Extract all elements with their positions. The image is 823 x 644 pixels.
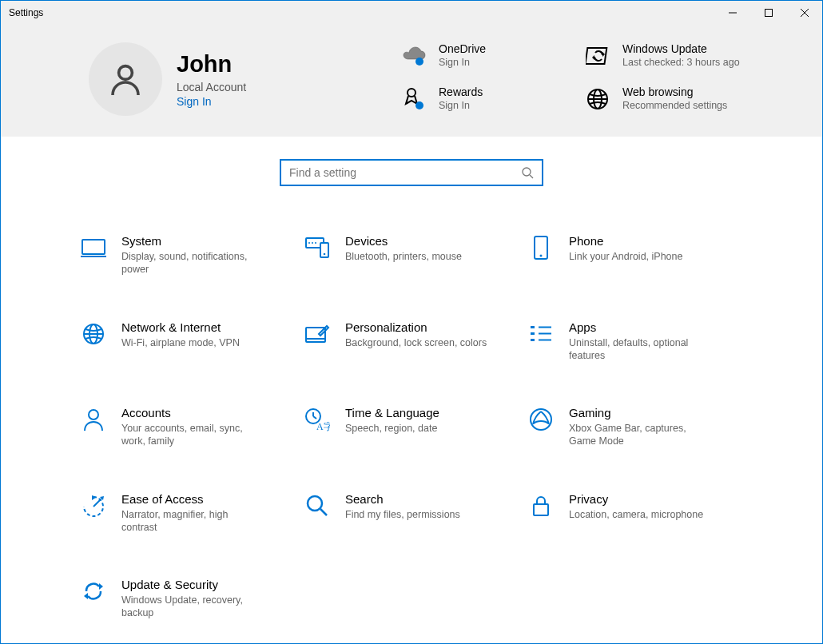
category-sub: Bluetooth, printers, mouse bbox=[345, 250, 462, 263]
maximize-button[interactable] bbox=[750, 1, 786, 25]
category-title: Gaming bbox=[569, 406, 713, 419]
category-accounts[interactable]: Accounts Your accounts, email, sync, wor… bbox=[80, 406, 296, 448]
svg-rect-48 bbox=[534, 504, 548, 515]
svg-point-10 bbox=[415, 101, 423, 109]
category-title: System bbox=[121, 234, 265, 248]
category-sub: Xbox Game Bar, captures, Game Mode bbox=[569, 422, 713, 448]
category-sub: Speech, region, date bbox=[345, 422, 439, 435]
rewards-icon bbox=[400, 85, 427, 113]
category-network[interactable]: Network & Internet Wi-Fi, airplane mode,… bbox=[80, 320, 296, 363]
category-sub: Narrator, magnifier, high contrast bbox=[121, 508, 265, 535]
svg-point-9 bbox=[408, 89, 415, 97]
phone-icon bbox=[527, 234, 555, 261]
svg-point-14 bbox=[523, 168, 531, 176]
category-sub: Windows Update, recovery, backup bbox=[121, 594, 265, 620]
apps-icon bbox=[527, 320, 555, 348]
ease-of-access-icon bbox=[80, 492, 107, 519]
category-title: Search bbox=[345, 492, 460, 506]
svg-point-21 bbox=[308, 242, 310, 244]
category-time-language[interactable]: A字 Time & Language Speech, region, date bbox=[304, 406, 519, 448]
category-system[interactable]: System Display, sound, notifications, po… bbox=[80, 234, 296, 276]
category-title: Time & Language bbox=[345, 406, 439, 419]
svg-rect-6 bbox=[586, 48, 606, 64]
category-sub: Link your Android, iPhone bbox=[569, 250, 682, 263]
close-button[interactable] bbox=[786, 1, 822, 25]
category-title: Network & Internet bbox=[121, 320, 240, 334]
svg-line-47 bbox=[320, 509, 327, 515]
category-gaming[interactable]: Gaming Xbox Game Bar, captures, Game Mod… bbox=[527, 406, 743, 448]
category-title: Devices bbox=[345, 234, 462, 248]
svg-marker-7 bbox=[602, 52, 605, 57]
status-title: Rewards bbox=[439, 85, 483, 98]
category-title: Apps bbox=[569, 320, 713, 334]
system-icon bbox=[80, 234, 107, 261]
category-devices[interactable]: Devices Bluetooth, printers, mouse bbox=[304, 234, 519, 276]
globe-icon bbox=[584, 85, 611, 113]
profile-sign-in-link[interactable]: Sign In bbox=[177, 95, 246, 108]
window-title: Settings bbox=[9, 7, 43, 18]
update-security-icon bbox=[80, 578, 107, 605]
search-input[interactable] bbox=[289, 166, 521, 179]
status-title: Web browsing bbox=[622, 85, 727, 98]
categories-grid: System Display, sound, notifications, po… bbox=[80, 234, 743, 644]
svg-rect-33 bbox=[531, 339, 535, 341]
accounts-icon bbox=[80, 406, 107, 433]
network-icon bbox=[80, 320, 107, 348]
category-apps[interactable]: Apps Uninstall, defaults, optional featu… bbox=[527, 320, 743, 363]
category-update-security[interactable]: Update & Security Windows Update, recove… bbox=[80, 578, 296, 620]
svg-rect-31 bbox=[531, 326, 535, 328]
svg-text:A字: A字 bbox=[316, 421, 330, 431]
profile-text: John Local Account Sign In bbox=[177, 51, 246, 108]
status-grid: OneDrive Sign In Windows Update Last che… bbox=[400, 42, 760, 113]
category-ease-of-access[interactable]: Ease of Access Narrator, magnifier, high… bbox=[80, 492, 296, 535]
category-privacy[interactable]: Privacy Location, camera, microphone bbox=[527, 492, 743, 535]
minimize-button[interactable] bbox=[714, 1, 750, 25]
category-title: Update & Security bbox=[121, 578, 265, 591]
status-windows-update[interactable]: Windows Update Last checked: 3 hours ago bbox=[584, 42, 760, 70]
status-web-browsing[interactable]: Web browsing Recommended settings bbox=[584, 85, 760, 113]
category-search[interactable]: Search Find my files, permissions bbox=[304, 492, 519, 535]
svg-point-46 bbox=[308, 496, 322, 511]
status-title: Windows Update bbox=[622, 42, 740, 55]
status-sub: Sign In bbox=[439, 99, 483, 112]
window-controls bbox=[714, 1, 822, 25]
status-title: OneDrive bbox=[439, 42, 486, 55]
windows-update-icon bbox=[584, 42, 611, 70]
svg-rect-32 bbox=[531, 332, 535, 335]
svg-point-25 bbox=[540, 255, 543, 257]
devices-icon bbox=[304, 234, 331, 261]
category-sub: Location, camera, microphone bbox=[569, 508, 703, 521]
svg-line-40 bbox=[313, 416, 316, 419]
status-onedrive[interactable]: OneDrive Sign In bbox=[400, 42, 576, 70]
svg-rect-16 bbox=[82, 240, 105, 254]
svg-line-15 bbox=[530, 175, 533, 178]
svg-point-23 bbox=[315, 242, 316, 244]
status-sub: Last checked: 3 hours ago bbox=[622, 56, 740, 69]
main-area: System Display, sound, notifications, po… bbox=[1, 137, 822, 644]
category-phone[interactable]: Phone Link your Android, iPhone bbox=[527, 234, 743, 276]
category-title: Accounts bbox=[121, 406, 265, 419]
personalization-icon bbox=[304, 320, 331, 348]
category-personalization[interactable]: Personalization Background, lock screen,… bbox=[304, 320, 519, 363]
privacy-icon bbox=[527, 492, 555, 519]
avatar bbox=[89, 42, 162, 116]
svg-point-20 bbox=[324, 253, 326, 256]
status-rewards[interactable]: Rewards Sign In bbox=[400, 85, 576, 113]
svg-rect-1 bbox=[765, 10, 772, 17]
category-title: Personalization bbox=[345, 320, 487, 334]
category-sub: Display, sound, notifications, power bbox=[121, 250, 265, 276]
category-sub: Your accounts, email, sync, work, family bbox=[121, 422, 265, 448]
category-sub: Find my files, permissions bbox=[345, 508, 460, 521]
search-box[interactable] bbox=[280, 159, 543, 186]
svg-point-4 bbox=[119, 66, 133, 80]
svg-marker-50 bbox=[84, 593, 88, 599]
category-sub: Uninstall, defaults, optional features bbox=[569, 336, 713, 363]
gaming-icon bbox=[527, 406, 555, 433]
svg-marker-8 bbox=[592, 55, 594, 60]
status-sub: Recommended settings bbox=[622, 99, 727, 112]
category-sub: Background, lock screen, colors bbox=[345, 336, 487, 349]
search-category-icon bbox=[304, 492, 331, 519]
time-language-icon: A字 bbox=[304, 406, 331, 433]
category-title: Ease of Access bbox=[121, 492, 265, 506]
svg-point-5 bbox=[415, 58, 423, 66]
